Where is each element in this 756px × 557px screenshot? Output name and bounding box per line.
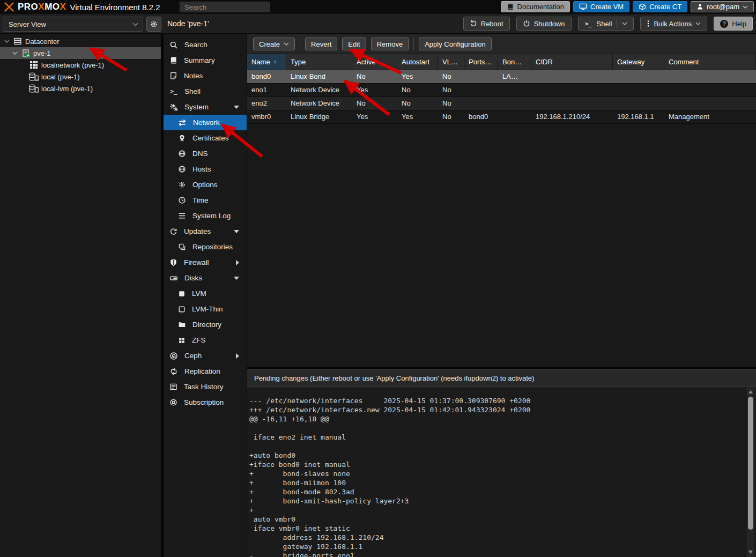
documentation-button[interactable]: Documentation xyxy=(501,1,570,12)
server-icon xyxy=(12,37,23,46)
nav-item-task-history[interactable]: Task History xyxy=(164,379,247,395)
search-icon xyxy=(169,41,178,49)
nav-item-options[interactable]: Options xyxy=(164,177,247,192)
nav-item-shell[interactable]: >_ Shell xyxy=(164,84,247,99)
sort-ascending-icon: ↑ xyxy=(273,58,277,66)
tree-item-localnetwork[interactable]: localnetwork (pve-1) xyxy=(0,59,161,71)
version-subtitle: Virtual Environment 8.2.2 xyxy=(70,3,160,12)
scroll-up-icon[interactable] xyxy=(748,390,753,393)
hdd-icon xyxy=(169,274,178,283)
storage-icon xyxy=(28,84,39,93)
nav-item-replication[interactable]: Replication xyxy=(164,363,247,379)
shell-button[interactable]: >_ Shell xyxy=(578,17,634,31)
tree-item-local[interactable]: local (pve-1) xyxy=(0,71,161,83)
tree-item-local-lvm[interactable]: local-lvm (pve-1) xyxy=(0,83,161,94)
network-grid-icon xyxy=(28,61,39,69)
tree-item-label: localnetwork (pve-1) xyxy=(41,61,104,69)
collapse-caret-icon[interactable] xyxy=(234,106,239,109)
column-header-comment[interactable]: Comment xyxy=(664,54,756,70)
nav-item-search[interactable]: Search xyxy=(164,37,247,53)
ceph-icon xyxy=(169,352,178,360)
grid-icon xyxy=(178,337,186,344)
column-header-vlan[interactable]: VL… xyxy=(438,54,464,70)
terminal-icon: >_ xyxy=(169,88,178,95)
nav-item-firewall[interactable]: Firewall xyxy=(164,255,247,270)
global-search-input[interactable] xyxy=(180,2,270,12)
collapse-caret-icon[interactable] xyxy=(234,277,239,280)
network-row-eno2[interactable]: eno2 Network Device No No No xyxy=(247,97,756,110)
revert-button[interactable]: Revert xyxy=(305,38,337,50)
nav-item-time[interactable]: Time xyxy=(164,192,247,208)
column-header-type[interactable]: Type xyxy=(286,54,352,70)
chevron-expanded-icon[interactable] xyxy=(4,40,10,43)
expand-caret-icon[interactable] xyxy=(236,260,239,265)
square-outline-icon xyxy=(178,306,186,313)
help-button[interactable]: ? Help xyxy=(714,17,753,31)
column-header-gateway[interactable]: Gateway xyxy=(613,54,664,70)
collapse-caret-icon[interactable] xyxy=(234,230,239,233)
scrollbar-thumb[interactable] xyxy=(748,397,753,530)
edit-button[interactable]: Edit xyxy=(342,38,366,50)
toolbar-separator xyxy=(413,38,414,50)
network-row-eno1[interactable]: eno1 Network Device Yes No No xyxy=(247,84,756,97)
reboot-icon xyxy=(470,20,477,27)
diff-text: --- /etc/network/interfaces 2025-04-15 0… xyxy=(249,396,530,557)
column-header-ports[interactable]: Ports… xyxy=(464,54,498,70)
network-arrows-icon xyxy=(178,118,187,127)
power-icon xyxy=(523,20,530,27)
remove-button[interactable]: Remove xyxy=(371,38,409,50)
nav-item-ceph[interactable]: Ceph xyxy=(164,348,247,363)
nav-item-hosts[interactable]: Hosts xyxy=(164,161,247,177)
nav-item-dns[interactable]: DNS xyxy=(164,146,247,161)
certificate-icon xyxy=(178,134,186,142)
user-icon xyxy=(696,3,703,10)
monitor-icon xyxy=(579,3,587,11)
nav-item-network[interactable]: Network xyxy=(164,115,247,130)
nav-item-disks[interactable]: Disks xyxy=(164,270,247,286)
network-row-vmbr0[interactable]: vmbr0 Linux Bridge Yes Yes No bond0 192.… xyxy=(247,110,756,124)
chevron-down-icon xyxy=(622,22,627,25)
user-menu-button[interactable]: root@pam xyxy=(691,1,754,12)
view-settings-button[interactable] xyxy=(146,17,161,32)
nav-item-system[interactable]: System xyxy=(164,99,247,115)
column-header-name[interactable]: Name↑ xyxy=(247,54,286,70)
node-online-icon xyxy=(20,49,31,58)
create-ct-button[interactable]: Create CT xyxy=(633,1,687,12)
nav-item-lvm[interactable]: LVM xyxy=(164,286,247,301)
network-row-bond0[interactable]: bond0 Linux Bond No Yes No LA… xyxy=(247,70,756,84)
nav-item-updates[interactable]: Updates xyxy=(164,224,247,239)
column-header-autostart[interactable]: Autostart xyxy=(397,54,438,70)
nav-item-summary[interactable]: Summary xyxy=(164,53,247,68)
view-selector-dropdown[interactable]: Server View xyxy=(3,17,143,32)
tree-item-pve-1[interactable]: pve-1 xyxy=(0,47,161,59)
chevron-expanded-icon[interactable] xyxy=(12,51,18,55)
nav-item-directory[interactable]: Directory xyxy=(164,317,247,332)
bulk-actions-button[interactable]: Bulk Actions xyxy=(640,17,707,31)
expand-caret-icon[interactable] xyxy=(236,353,239,359)
nav-item-certificates[interactable]: Certificates xyxy=(164,130,247,146)
column-header-cidr[interactable]: CIDR xyxy=(531,54,613,70)
nav-item-system-log[interactable]: System Log xyxy=(164,208,247,224)
shield-icon xyxy=(169,258,177,266)
scroll-down-icon[interactable] xyxy=(748,551,753,554)
diff-scrollbar[interactable] xyxy=(747,387,754,557)
top-header: PROXMOX Virtual Environment 8.2.2 Docume… xyxy=(0,0,756,14)
create-button[interactable]: Create xyxy=(253,38,295,50)
reboot-button[interactable]: Reboot xyxy=(463,17,510,31)
nav-item-notes[interactable]: Notes xyxy=(164,68,247,84)
chevron-down-icon xyxy=(132,23,138,26)
tree-item-label: local-lvm (pve-1) xyxy=(41,85,93,93)
resource-tree-panel: Datacenter pve-1 localnetwork (pve-1) lo… xyxy=(0,34,161,557)
nav-item-lvm-thin[interactable]: LVM-Thin xyxy=(164,301,247,317)
column-header-bond[interactable]: Bon… xyxy=(498,54,531,70)
nav-item-repositories[interactable]: Repositories xyxy=(164,239,247,255)
apply-configuration-button[interactable]: Apply Configuration xyxy=(419,38,491,50)
nav-item-subscription[interactable]: Subscription xyxy=(164,395,247,410)
tree-item-datacenter[interactable]: Datacenter xyxy=(0,35,161,47)
square-filled-icon xyxy=(178,290,186,298)
network-toolbar: Create Revert Edit Remove Apply Configur… xyxy=(247,34,756,54)
column-header-active[interactable]: Active xyxy=(352,54,397,70)
nav-item-zfs[interactable]: ZFS xyxy=(164,332,247,348)
create-vm-button[interactable]: Create VM xyxy=(573,1,629,12)
shutdown-button[interactable]: Shutdown xyxy=(516,17,572,31)
